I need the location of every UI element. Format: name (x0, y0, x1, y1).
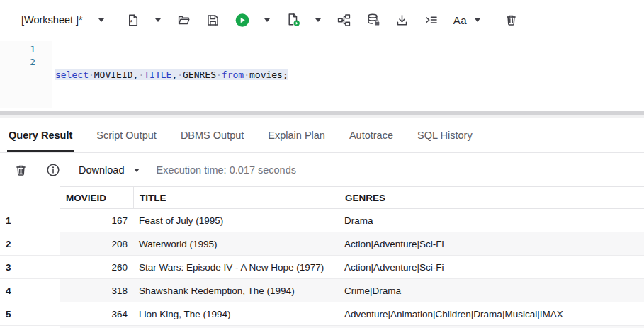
font-size-button[interactable]: Aa (453, 14, 480, 26)
sql-editor[interactable]: 1 2 select·MOVIEID,·TITLE,·GENRES·from·m… (0, 41, 644, 108)
open-file-button[interactable] (177, 11, 191, 28)
movieid-cell[interactable]: 208 (60, 232, 133, 256)
results-tabbar: Query Result Script Output DBMS Output E… (0, 118, 644, 153)
chevron-down-icon (155, 18, 161, 22)
chevron-down-icon (475, 18, 480, 22)
tab-dbms-output[interactable]: DBMS Output (179, 118, 245, 152)
run-script-icon (286, 13, 300, 27)
title-cell[interactable]: Feast of July (1995) (133, 209, 339, 232)
font-size-label: Aa (453, 14, 467, 26)
run-icon (235, 13, 249, 28)
result-info-button[interactable] (46, 162, 60, 179)
movieid-cell[interactable]: 167 (60, 209, 133, 232)
column-header-title[interactable]: TITLE (133, 186, 339, 209)
results-table: MOVIEID TITLE GENRES 1 167 Feast of July… (0, 186, 644, 328)
explain-plan-button[interactable] (337, 11, 351, 28)
trash-icon (14, 164, 28, 177)
line-number: 1 (0, 43, 35, 56)
autotrace-button[interactable] (366, 11, 380, 28)
table-row[interactable]: 2 208 Waterworld (1995) Action|Adventure… (0, 232, 644, 256)
table-row[interactable]: 1 167 Feast of July (1995) Drama (0, 209, 644, 232)
trash-icon (504, 13, 518, 27)
title-cell[interactable]: Waterworld (1995) (133, 232, 339, 256)
chevron-down-icon (134, 169, 140, 172)
results-toolbar: Download Execution time: 0.017 seconds (0, 154, 644, 186)
download-results-button[interactable]: Download (79, 164, 140, 176)
svg-text:*: * (130, 17, 133, 25)
table-row[interactable]: 4 318 Shawshank Redemption, The (1994) C… (0, 279, 644, 302)
genres-cell[interactable]: Action|Adventure|Sci-Fi (339, 232, 644, 256)
table-row[interactable]: 3 260 Star Wars: Episode IV - A New Hope… (0, 256, 644, 279)
format-button[interactable] (424, 11, 439, 28)
sql-statement: select·MOVIEID,·TITLE,·GENRES·from·movie… (55, 69, 288, 80)
movieid-cell[interactable]: 260 (60, 256, 133, 279)
clear-worksheet-button[interactable] (504, 11, 518, 28)
download-icon (395, 13, 409, 27)
run-script-menu-button[interactable] (315, 18, 322, 22)
explain-plan-icon (337, 13, 351, 27)
new-worksheet-icon: * (126, 13, 140, 27)
genres-cell[interactable]: Adventure|Animation|Children|Drama|Music… (339, 302, 644, 326)
editor-panel-divider (465, 41, 465, 108)
editor-gutter: 1 2 (0, 41, 52, 108)
open-folder-icon (177, 13, 191, 27)
row-number-cell: 4 (0, 279, 60, 302)
row-number-cell: 3 (0, 256, 60, 279)
run-statement-button[interactable] (235, 11, 249, 28)
table-header-row: MOVIEID TITLE GENRES (0, 186, 644, 209)
title-cell[interactable]: Lion King, The (1994) (133, 302, 339, 326)
column-header-movieid[interactable]: MOVIEID (60, 186, 133, 209)
run-script-button[interactable] (286, 11, 300, 28)
clear-results-button[interactable] (13, 162, 28, 179)
line-number: 2 (0, 56, 35, 69)
worksheet-selector[interactable]: [Worksheet ]* (21, 14, 104, 26)
download-button[interactable] (395, 11, 409, 28)
row-number-header (0, 186, 60, 209)
chevron-down-icon (315, 18, 321, 22)
tab-explain-plan[interactable]: Explain Plan (266, 118, 327, 152)
chevron-down-icon (98, 18, 104, 22)
row-number-cell: 5 (0, 302, 60, 326)
save-button[interactable] (206, 11, 220, 28)
new-worksheet-menu-button[interactable] (155, 18, 162, 22)
genres-cell[interactable]: Crime|Drama (339, 279, 644, 302)
execution-time-text: Execution time: 0.017 seconds (157, 164, 296, 176)
row-number-cell: 1 (0, 209, 60, 232)
movieid-cell[interactable]: 364 (60, 302, 133, 326)
chevron-down-icon (264, 18, 270, 22)
tab-script-output[interactable]: Script Output (95, 118, 158, 152)
run-menu-button[interactable] (264, 18, 271, 22)
download-label: Download (79, 164, 125, 176)
genres-cell[interactable]: Drama (339, 209, 644, 232)
row-number-cell: 2 (0, 232, 60, 256)
new-worksheet-button[interactable]: * (126, 11, 140, 28)
autotrace-icon (366, 13, 380, 27)
title-cell[interactable]: Star Wars: Episode IV - A New Hope (1977… (133, 256, 339, 279)
tab-query-result[interactable]: Query Result (7, 118, 74, 152)
genres-cell[interactable]: Action|Adventure|Sci-Fi (339, 256, 644, 279)
horizontal-splitter[interactable] (0, 108, 644, 118)
title-cell[interactable]: Shawshank Redemption, The (1994) (133, 279, 339, 302)
sql-worksheet-window: [Worksheet ]* * (0, 0, 644, 328)
save-icon (206, 13, 220, 27)
info-icon (46, 163, 60, 177)
worksheet-title: [Worksheet ]* (21, 14, 83, 26)
table-row[interactable]: 5 364 Lion King, The (1994) Adventure|An… (0, 302, 644, 326)
worksheet-toolbar: [Worksheet ]* * (0, 0, 644, 40)
tab-sql-history[interactable]: SQL History (416, 118, 474, 152)
movieid-cell[interactable]: 318 (60, 279, 133, 302)
editor-content[interactable]: select·MOVIEID,·TITLE,·GENRES·from·movie… (55, 41, 644, 108)
tab-autotrace[interactable]: Autotrace (348, 118, 395, 152)
table-body: 1 167 Feast of July (1995) Drama 2 208 W… (0, 209, 644, 326)
column-header-genres[interactable]: GENRES (339, 186, 644, 209)
format-code-icon (424, 13, 439, 27)
